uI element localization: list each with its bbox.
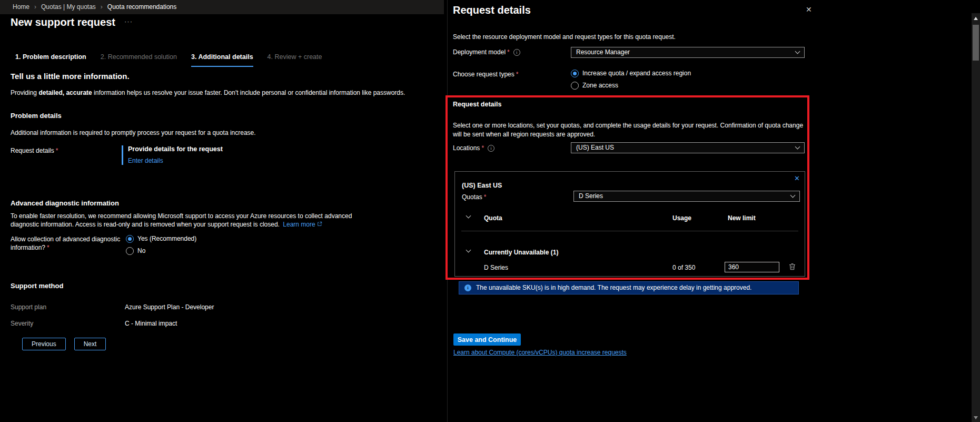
new-limit-input[interactable] (725, 262, 779, 272)
radio-label: No (137, 247, 145, 255)
previous-button[interactable]: Previous (22, 338, 66, 350)
support-plan-label: Support plan (11, 303, 46, 311)
required-asterisk: * (481, 144, 484, 152)
radio-label: Increase quota / expand access region (582, 70, 691, 77)
radio-unselected-icon (126, 247, 134, 255)
quota-row-usage: 0 of 350 (672, 264, 695, 272)
tab-additional-details[interactable]: 3. Additional details (191, 53, 253, 67)
section-heading-more-info: Tell us a little more information. (11, 72, 130, 82)
label-text: Quotas (462, 193, 482, 201)
more-menu-icon[interactable]: ··· (124, 17, 133, 26)
radio-selected-icon (126, 235, 134, 243)
intro-text: Providing detailed, accurate information… (11, 89, 405, 97)
close-icon[interactable]: ✕ (806, 5, 812, 15)
next-button[interactable]: Next (74, 338, 106, 350)
request-types-radio-group: Increase quota / expand access region Zo… (571, 70, 691, 90)
radio-label: Yes (Recommended) (137, 235, 196, 243)
panel-intro-text: Select the resource deployment model and… (453, 33, 676, 41)
column-header-usage: Usage (672, 214, 691, 222)
deployment-model-label: Deployment model* i (453, 48, 520, 56)
selected-value: Resource Manager (576, 48, 630, 56)
problem-details-heading: Problem details (11, 112, 62, 120)
locations-select[interactable]: (US) East US (571, 142, 805, 153)
field-label-text: Request details (11, 147, 54, 154)
support-method-heading: Support method (11, 282, 63, 290)
remove-region-icon[interactable]: ✕ (794, 174, 800, 183)
breadcrumb-home[interactable]: Home (13, 3, 29, 11)
tab-review-create: 4. Review + create (268, 53, 322, 67)
breadcrumb-current: Quota recommendations (107, 3, 176, 11)
quota-row-name: D Series (484, 264, 508, 272)
info-banner: i The unavailable SKU(s) is in high dema… (459, 281, 799, 295)
chevron-down-icon (795, 49, 800, 54)
info-icon: i (464, 284, 471, 291)
expand-quota-group-icon[interactable] (466, 213, 471, 219)
request-types-label: Choose request types* (453, 71, 518, 78)
expand-unavailable-group-icon[interactable] (466, 248, 471, 253)
allow-label-text: Allow collection of advanced diagnostic … (11, 235, 120, 251)
info-icon[interactable]: i (513, 49, 520, 56)
radio-selected-icon (571, 70, 579, 77)
radio-label: Zone access (582, 82, 618, 90)
chevron-down-icon (795, 144, 800, 150)
intro-bold: detailed, accurate (38, 89, 92, 96)
selected-value: (US) East US (576, 144, 614, 152)
chevron-down-icon (790, 193, 796, 198)
banner-text: The unavailable SKU(s) is in high demand… (476, 284, 751, 292)
severity-value: C - Minimal impact (125, 320, 177, 328)
column-header-quota: Quota (484, 214, 502, 222)
quotas-select[interactable]: D Series (573, 191, 800, 202)
group-label-currently-unavailable: Currently Unavailable (1) (484, 249, 558, 257)
intro-post: information helps us resolve your issue … (92, 89, 405, 96)
scroll-thumb[interactable] (973, 25, 979, 61)
label-text: Locations (453, 144, 480, 152)
column-header-new-limit: New limit (728, 214, 756, 222)
required-asterisk: * (56, 147, 58, 154)
radio-no[interactable]: No (126, 247, 196, 255)
problem-details-description: Additional information is required to pr… (11, 129, 256, 137)
radio-yes-recommended[interactable]: Yes (Recommended) (126, 235, 196, 243)
advanced-diagnostic-description: To enable faster resolution, we recommen… (11, 212, 353, 229)
request-details-panel: Request details ✕ Select the resource de… (447, 0, 972, 422)
save-and-continue-button[interactable]: Save and Continue (453, 333, 521, 346)
scroll-down-icon[interactable] (974, 416, 978, 419)
page-title: New support request (11, 16, 115, 29)
allow-diagnostic-label: Allow collection of advanced diagnostic … (11, 235, 133, 252)
learn-quota-requests-link[interactable]: Learn about Compute (cores/vCPUs) quota … (453, 349, 627, 357)
radio-increase-quota[interactable]: Increase quota / expand access region (571, 70, 691, 77)
table-divider (461, 231, 798, 231)
wizard-steps: 1. Problem description 2. Recommended so… (15, 53, 322, 67)
info-icon[interactable]: i (488, 145, 494, 152)
tab-problem-description[interactable]: 1. Problem description (15, 53, 86, 67)
external-link-icon (317, 221, 322, 227)
vertical-scrollbar[interactable] (972, 13, 980, 422)
support-plan-value: Azure Support Plan - Developer (125, 303, 214, 311)
region-name: (US) East US (462, 182, 502, 190)
scroll-up-icon[interactable] (974, 17, 978, 20)
enter-details-link[interactable]: Enter details (128, 157, 163, 165)
wizard-footer: Previous Next (22, 338, 106, 350)
quotas-label: Quotas* (462, 193, 486, 201)
diagnostic-radio-group: Yes (Recommended) No (126, 235, 196, 255)
selected-value: D Series (579, 192, 603, 200)
new-support-request-page: Home › Quotas | My quotas › Quota recomm… (0, 0, 447, 422)
deployment-model-select[interactable]: Resource Manager (571, 47, 805, 58)
required-asterisk: * (507, 48, 510, 56)
request-details-field-label: Request details* (11, 147, 58, 155)
severity-label: Severity (11, 320, 33, 328)
tab-recommended-solution: 2. Recommended solution (101, 53, 177, 67)
breadcrumb: Home › Quotas | My quotas › Quota recomm… (0, 0, 444, 14)
delete-row-icon[interactable] (789, 263, 796, 272)
breadcrumb-separator-icon: › (101, 3, 103, 11)
intro-pre: Providing (11, 89, 38, 96)
label-text: Choose request types (453, 71, 514, 78)
breadcrumb-separator-icon: › (34, 3, 36, 11)
provide-details-title: Provide details for the request (128, 145, 223, 154)
breadcrumb-quotas[interactable]: Quotas | My quotas (41, 3, 96, 11)
learn-more-link[interactable]: Learn more (283, 221, 315, 228)
request-details-section-description: Select one or more locations, set your q… (453, 121, 810, 139)
request-details-field: Provide details for the request Enter de… (122, 145, 223, 165)
radio-zone-access[interactable]: Zone access (571, 82, 691, 90)
request-details-section-heading: Request details (453, 101, 501, 109)
required-asterisk: * (516, 71, 519, 78)
